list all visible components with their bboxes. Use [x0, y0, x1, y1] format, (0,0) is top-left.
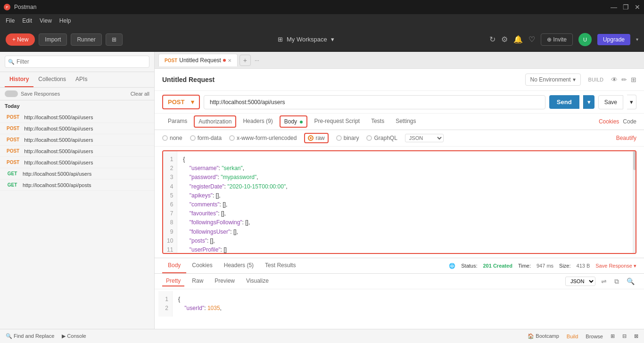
list-item[interactable]: POST http://localhost:5000/api/users [0, 157, 154, 168]
avatar[interactable]: U [578, 33, 592, 46]
list-item[interactable]: POST http://localhost:5000/api/users [0, 112, 154, 123]
save-arrow-button[interactable]: ▾ [627, 95, 636, 109]
tab-pre-request-script[interactable]: Pre-request Script [308, 114, 365, 129]
tab-apis[interactable]: APIs [71, 72, 92, 87]
resp-copy-icon[interactable]: ⧉ [612, 277, 621, 286]
layout-icon-3[interactable]: ⊠ [634, 333, 638, 339]
menu-file[interactable]: File [6, 17, 15, 24]
clear-all-button[interactable]: Clear all [131, 91, 149, 97]
url-bar: POST ▾ Send ▾ Save ▾ [155, 91, 644, 114]
list-item[interactable]: GET http://localhost:5000/api/posts [0, 180, 154, 191]
resp-view-preview[interactable]: Preview [211, 276, 239, 286]
layout-icon-2[interactable]: ⊟ [622, 333, 627, 339]
resp-filter-icon[interactable]: ⇌ [599, 277, 609, 286]
titlebar-controls[interactable]: — ❐ ✕ [611, 3, 640, 11]
resp-view-raw[interactable]: Raw [188, 276, 207, 286]
resp-tab-cookies[interactable]: Cookies [186, 258, 218, 273]
line-num: 4 [167, 182, 173, 191]
tab-authorization[interactable]: Authorization [194, 115, 236, 128]
resp-search-icon[interactable]: 🔍 [625, 277, 636, 286]
menu-help[interactable]: Help [59, 17, 71, 24]
filter-input[interactable] [5, 56, 149, 68]
list-item[interactable]: POST http://localhost:5000/api/users [0, 146, 154, 157]
settings-icon[interactable]: ✏ [621, 76, 627, 83]
resp-tab-test-results[interactable]: Test Results [259, 258, 301, 273]
save-response-button[interactable]: Save Response ▾ [595, 263, 636, 269]
tab-headers[interactable]: Headers (9) [237, 114, 278, 129]
save-button[interactable]: Save [598, 95, 623, 109]
method-value: POST [168, 98, 184, 106]
resp-code-area[interactable]: 1 2 { "userId": 1035, [155, 289, 644, 318]
resp-code-content[interactable]: { "userId": 1035, [173, 291, 640, 317]
console-status[interactable]: ▶ Console [62, 333, 86, 339]
runner-button[interactable]: Runner [71, 33, 101, 46]
tab-params[interactable]: Params [162, 114, 193, 129]
tab-collections[interactable]: Collections [33, 72, 71, 87]
body-type-raw[interactable]: raw [304, 133, 328, 143]
send-button[interactable]: Send [549, 95, 579, 109]
resp-view-pretty[interactable]: Pretty [162, 276, 184, 286]
find-replace-status[interactable]: 🔍 Find and Replace [6, 333, 54, 339]
menu-edit[interactable]: Edit [22, 17, 32, 24]
new-button[interactable]: + New [6, 33, 35, 46]
scrollbar-thumb[interactable] [633, 151, 636, 170]
body-type-urlencoded[interactable]: x-www-form-urlencoded [229, 135, 297, 141]
send-arrow-button[interactable]: ▾ [583, 95, 594, 109]
tab-settings[interactable]: Settings [390, 114, 421, 129]
cookies-link[interactable]: Cookies [599, 118, 619, 125]
code-link[interactable]: Code [623, 118, 636, 125]
editor-scrollbar[interactable] [633, 151, 636, 253]
bootcamp-label[interactable]: 🏠 Bootcamp [528, 333, 559, 339]
sync-icon[interactable]: ↻ [489, 35, 495, 44]
resp-tab-body[interactable]: Body [162, 258, 186, 273]
build-status-label[interactable]: Build [567, 334, 578, 339]
code-editor[interactable]: 1 2 3 4 5 6 7 8 9 10 11 12 { "username":… [162, 150, 636, 254]
resp-tab-headers[interactable]: Headers (5) [218, 258, 259, 273]
code-content[interactable]: { "username": "serkan", "password": "myp… [177, 151, 633, 253]
body-type-binary[interactable]: binary [336, 135, 359, 141]
close-button[interactable]: ✕ [635, 3, 640, 11]
body-type-none[interactable]: none [162, 135, 182, 141]
layout-icon[interactable]: ⊞ [631, 76, 636, 83]
upgrade-chevron-icon[interactable]: ▾ [636, 37, 638, 42]
settings-icon[interactable]: ⚙ [501, 35, 508, 44]
request-tab-active[interactable]: POST Untitled Request ✕ [158, 54, 238, 66]
resp-format-select[interactable]: JSON [565, 277, 595, 286]
history-section-title: Today [0, 100, 154, 112]
upgrade-button[interactable]: Upgrade [597, 34, 630, 45]
save-responses-label: Save Responses [21, 91, 60, 97]
save-responses-toggle[interactable] [5, 90, 18, 97]
list-item[interactable]: GET http://localhost:5000/api/users [0, 168, 154, 180]
list-item[interactable]: POST http://localhost:5000/api/users [0, 134, 154, 146]
import-button[interactable]: Import [39, 33, 67, 46]
time-value: 947 ms [537, 263, 553, 269]
minimize-button[interactable]: — [611, 3, 617, 11]
maximize-button[interactable]: ❐ [623, 3, 629, 11]
resp-view-visualize[interactable]: Visualize [242, 276, 272, 286]
browse-label[interactable]: Browse [586, 334, 603, 339]
body-type-graphql[interactable]: GraphQL [366, 135, 397, 141]
list-item[interactable]: POST http://localhost:5000/api/users [0, 123, 154, 134]
tab-close-icon[interactable]: ✕ [228, 58, 231, 63]
layout-icon-1[interactable]: ⊞ [611, 333, 615, 339]
eye-icon[interactable]: 👁 [611, 76, 618, 83]
menu-view[interactable]: View [40, 17, 52, 24]
tab-history[interactable]: History [5, 72, 33, 87]
layout-button[interactable]: ⊞ [106, 33, 123, 46]
body-type-form-data[interactable]: form-data [190, 135, 222, 141]
new-tab-button[interactable]: + [239, 55, 251, 66]
invite-button[interactable]: ⊕ Invite [541, 33, 573, 46]
tab-tests[interactable]: Tests [365, 114, 390, 129]
method-select[interactable]: POST ▾ [162, 95, 200, 109]
tab-more-button[interactable]: ··· [253, 57, 261, 64]
beautify-button[interactable]: Beautify [616, 135, 636, 141]
heart-icon[interactable]: ♡ [528, 35, 535, 44]
notification-icon[interactable]: 🔔 [513, 35, 523, 44]
tab-body[interactable]: Body [280, 115, 308, 128]
method-chevron-icon: ▾ [191, 98, 194, 106]
resp-line-numbers: 1 2 [158, 291, 173, 317]
url-input[interactable] [204, 95, 545, 109]
format-select[interactable]: JSON Text JavaScript HTML XML [405, 134, 444, 142]
environment-selector[interactable]: No Environment ▾ [525, 74, 581, 86]
workspace-selector[interactable]: ⊞ My Workspace ▾ [278, 36, 334, 43]
